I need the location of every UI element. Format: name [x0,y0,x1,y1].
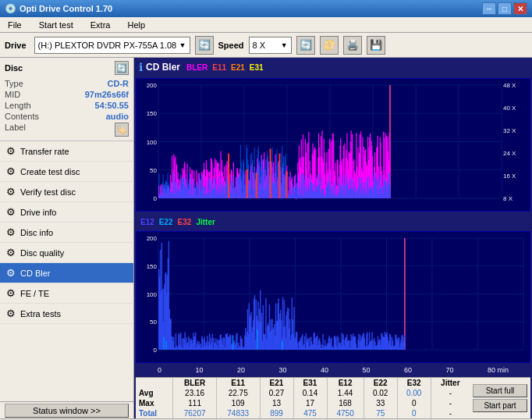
left-panel: Disc 🔄 Type CD-R MID 97m26s66f Length 54… [0,58,134,418]
menu-help[interactable]: Help [122,19,150,31]
chart1-title: CD Bler [146,62,180,73]
stats-total-row: Total 76207 74833 899 475 4750 75 0 - [136,408,470,418]
status-window-btn[interactable]: Status window >> [0,401,133,418]
legend-e12: E12 [140,218,154,226]
nav-items: ⚙ Transfer rate ⚙ Create test disc ⚙ Ver… [0,141,133,401]
action-btn-2[interactable]: 🖨️ [343,36,362,55]
nav-disc-quality[interactable]: ⚙ Disc quality [0,243,133,263]
chart2-area [136,231,530,363]
chart2-legend: E12 E22 E32 Jitter [140,218,215,226]
fe-te-label: FE / TE [20,289,49,298]
drive-selected-value: (H:) PLEXTOR DVDR PX-755A 1.08 [38,41,179,50]
chart1-legend: BLER E11 E21 E31 [186,63,264,72]
app-icon: 💿 [5,3,16,14]
disc-length-key: Length [5,101,31,110]
disc-section-title: Disc [5,63,23,73]
disc-label-icon[interactable]: 🏷️ [115,123,129,137]
nav-create-test-disc[interactable]: ⚙ Create test disc [0,162,133,182]
window-title: Opti Drive Control 1.70 [20,4,482,13]
disc-section: Disc 🔄 Type CD-R MID 97m26s66f Length 54… [0,58,133,141]
transfer-rate-label: Transfer rate [20,147,69,156]
transfer-rate-icon: ⚙ [6,145,16,157]
close-btn[interactable]: ✕ [513,2,527,15]
disc-quality-label: Disc quality [20,248,64,258]
menu-extra[interactable]: Extra [86,19,115,31]
drive-info-icon: ⚙ [6,206,16,218]
drive-dropdown-arrow[interactable]: ▼ [179,41,186,49]
disc-type-key: Type [5,79,23,88]
action-buttons: Start full Start part [470,378,530,418]
nav-disc-info[interactable]: ⚙ Disc info [0,222,133,243]
disc-length-val: 54:50.55 [95,101,129,110]
speed-dropdown[interactable]: 8 X ▼ [249,37,292,54]
drive-bar: Drive (H:) PLEXTOR DVDR PX-755A 1.08 ▼ 🔄… [0,33,532,58]
legend-e11: E11 [212,63,226,72]
speed-label: Speed [218,41,244,50]
cd-bler-icon: ⚙ [6,267,16,279]
nav-extra-tests[interactable]: ⚙ Extra tests [0,304,133,324]
nav-fe-te[interactable]: ⚙ FE / TE [0,283,133,304]
stats-max-row: Max 111 109 13 17 168 33 0 - [136,398,470,408]
menu-bar: File Start test Extra Help [0,17,532,33]
extra-tests-label: Extra tests [20,309,61,319]
disc-contents-val: audio [106,112,129,121]
start-full-btn[interactable]: Start full [473,384,527,397]
disc-mid-key: MID [5,90,20,99]
fe-te-icon: ⚙ [6,287,16,299]
cd-bler-label: CD Bler [20,269,51,278]
disc-contents-key: Contents [5,112,39,121]
right-panel: ℹ CD Bler BLER E11 E21 E31 E12 E22 E32 J… [134,58,532,418]
disc-refresh-btn[interactable]: 🔄 [115,61,129,75]
speed-selected-value: 8 X [253,41,281,50]
maximize-btn[interactable]: □ [498,2,512,15]
menu-start-test[interactable]: Start test [34,19,78,31]
disc-quality-icon: ⚙ [6,247,16,258]
nav-drive-info[interactable]: ⚙ Drive info [0,202,133,222]
chart1-area [136,78,530,212]
speed-refresh-btn[interactable]: 🔄 [296,36,315,55]
create-test-disc-label: Create test disc [20,167,80,176]
drive-dropdown[interactable]: (H:) PLEXTOR DVDR PX-755A 1.08 ▼ [34,37,190,54]
stats-avg-row: Avg 23.16 22.75 0.27 0.14 1.44 0.02 0.00… [136,388,470,398]
chart2-header: E12 E22 E32 Jitter [136,216,530,228]
legend-bler: BLER [186,63,207,72]
disc-type-val: CD-R [108,79,129,88]
action-btn-1[interactable]: 📀 [320,36,339,55]
nav-transfer-rate[interactable]: ⚙ Transfer rate [0,141,133,162]
verify-test-disc-icon: ⚙ [6,186,16,198]
action-btn-3[interactable]: 💾 [367,36,385,55]
minimize-btn[interactable]: ─ [482,2,496,15]
refresh-drive-btn[interactable]: 🔄 [195,36,214,55]
x-axis: 0 10 20 30 40 50 60 70 80 min [136,366,530,374]
drive-info-label: Drive info [20,208,56,217]
nav-verify-test-disc[interactable]: ⚙ Verify test disc [0,182,133,202]
stats-area: BLER E11 E21 E31 E12 E22 E32 Jitter Avg … [136,377,530,418]
disc-info-label: Disc info [20,228,53,237]
legend-e31: E31 [250,63,264,72]
disc-info-icon: ⚙ [6,226,16,238]
menu-file[interactable]: File [3,19,27,31]
extra-tests-icon: ⚙ [6,308,16,319]
speed-dropdown-arrow[interactable]: ▼ [281,41,288,49]
verify-test-disc-label: Verify test disc [20,187,76,197]
legend-jitter: Jitter [196,218,215,226]
disc-mid-val: 97m26s66f [85,90,129,99]
nav-cd-bler[interactable]: ⚙ CD Bler [0,263,133,283]
start-part-btn[interactable]: Start part [473,399,527,412]
chart1-icon: ℹ [139,61,143,73]
chart1-header: ℹ CD Bler BLER E11 E21 E31 [136,59,530,75]
legend-e21: E21 [231,63,245,72]
disc-label-key: Label [5,123,26,137]
drive-label: Drive [5,41,27,50]
legend-e22: E22 [159,218,173,226]
stats-table: BLER E11 E21 E31 E12 E22 E32 Jitter Avg … [136,378,470,418]
legend-e32: E32 [178,218,192,226]
create-test-disc-icon: ⚙ [6,166,16,177]
title-bar: 💿 Opti Drive Control 1.70 ─ □ ✕ [0,0,532,17]
